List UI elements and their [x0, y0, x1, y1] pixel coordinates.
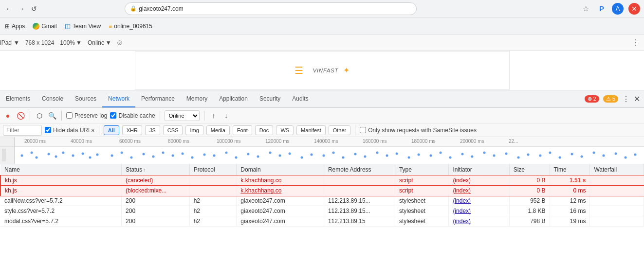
- star-icon[interactable]: ☆: [581, 3, 591, 14]
- bookmark-gmail[interactable]: Gmail: [33, 23, 56, 30]
- th-size[interactable]: Size: [509, 164, 550, 175]
- tab-elements[interactable]: Elements: [0, 90, 36, 107]
- table-row[interactable]: style.css?ver=5.7.2 200 h2 giaxeoto247.c…: [0, 206, 644, 216]
- svg-point-41: [440, 152, 442, 154]
- initiator-link[interactable]: (index): [453, 208, 471, 214]
- th-initiator[interactable]: Initiator: [449, 164, 509, 175]
- tab-performance[interactable]: Performance: [135, 90, 181, 107]
- hide-data-urls-input[interactable]: [45, 127, 51, 133]
- preserve-log-checkbox[interactable]: Preserve log: [66, 112, 107, 119]
- th-waterfall[interactable]: Waterfall: [590, 164, 644, 175]
- network-throttle-select[interactable]: Online Offline Fast 3G Slow 3G: [165, 110, 200, 121]
- network-throttle-selector[interactable]: Online ▼: [88, 39, 111, 46]
- bookmark-teamview[interactable]: ◫ Team View: [65, 22, 101, 30]
- disable-cache-checkbox[interactable]: Disable cache: [110, 112, 155, 119]
- extension-icon[interactable]: P: [596, 3, 607, 14]
- forward-button[interactable]: →: [17, 4, 26, 14]
- tab-memory[interactable]: Memory: [181, 90, 213, 107]
- th-protocol[interactable]: Protocol: [189, 164, 237, 175]
- zoom-selector[interactable]: 100% ▼: [60, 39, 82, 46]
- initiator-link[interactable]: (index): [453, 218, 471, 225]
- address-bar[interactable]: 🔒 giaxeoto247.com: [125, 2, 417, 15]
- more-icon[interactable]: ⋮: [631, 38, 639, 47]
- logo-area: VINFAST ✦: [313, 66, 350, 75]
- devtools-close-icon[interactable]: ✕: [634, 94, 640, 104]
- filter-icon[interactable]: ⬡: [35, 111, 44, 121]
- back-button[interactable]: ←: [4, 4, 14, 14]
- domain-link[interactable]: k.khachhang.co: [240, 187, 281, 194]
- gmail-label: Gmail: [41, 23, 56, 30]
- th-remote-label: Remote Address: [328, 166, 371, 173]
- cell-status: 200: [122, 216, 190, 227]
- filter-font-btn[interactable]: Font: [233, 125, 252, 135]
- export-button[interactable]: ↓: [221, 111, 231, 121]
- filter-css-btn[interactable]: CSS: [163, 125, 183, 135]
- cell-time: 19 ms: [550, 216, 590, 227]
- samesite-input[interactable]: [360, 127, 366, 133]
- browser-top-bar: ← → ↺ 🔒 giaxeoto247.com ☆ P A ✕: [0, 0, 644, 17]
- filter-manifest-btn[interactable]: Manifest: [296, 125, 326, 135]
- filter-js-btn[interactable]: JS: [145, 125, 160, 135]
- filter-other-btn[interactable]: Other: [329, 125, 351, 135]
- cell-status: 200: [122, 196, 190, 206]
- search-button[interactable]: 🔍: [47, 111, 57, 121]
- tab-sources[interactable]: Sources: [69, 90, 102, 107]
- clear-button[interactable]: 🚫: [16, 111, 25, 121]
- tab-console[interactable]: Console: [36, 90, 69, 107]
- import-button[interactable]: ↑: [209, 111, 219, 121]
- bookmark-online[interactable]: ≡ online_009615: [109, 23, 152, 30]
- svg-point-26: [279, 155, 281, 157]
- filter-doc-btn[interactable]: Doc: [255, 125, 274, 135]
- initiator-link[interactable]: (index): [453, 197, 471, 204]
- tab-network-label: Network: [108, 95, 129, 102]
- record-button[interactable]: ●: [3, 111, 13, 121]
- timeline-area[interactable]: 20000 ms 40000 ms 60000 ms 80000 ms 1000…: [0, 137, 644, 164]
- th-time[interactable]: Time: [550, 164, 590, 175]
- samesite-checkbox[interactable]: Only show requests with SameSite issues: [360, 127, 477, 134]
- cell-time: 0 ms: [550, 186, 590, 196]
- profile-avatar[interactable]: A: [612, 3, 624, 15]
- table-row[interactable]: kh.js (canceled) k.khachhang.co script (…: [0, 175, 644, 186]
- th-domain[interactable]: Domain: [237, 164, 324, 175]
- filter-img-btn[interactable]: Img: [185, 125, 203, 135]
- tab-security[interactable]: Security: [254, 90, 286, 107]
- hide-data-urls-checkbox[interactable]: Hide data URLs: [45, 127, 94, 134]
- initiator-link[interactable]: (index): [453, 177, 471, 184]
- warn-badge[interactable]: ⚠ 5: [603, 95, 618, 103]
- filter-input[interactable]: [3, 125, 42, 136]
- tab-audits[interactable]: Audits: [286, 90, 314, 107]
- table-row[interactable]: kh.js (blocked:mixe... k.khachhang.co sc…: [0, 186, 644, 196]
- bookmark-apps[interactable]: ⊞ Apps: [5, 23, 25, 30]
- initiator-link[interactable]: (index): [453, 187, 471, 194]
- th-remote[interactable]: Remote Address: [324, 164, 395, 175]
- table-row[interactable]: callNow.css?ver=5.7.2 200 h2 giaxeoto247…: [0, 196, 644, 206]
- filter-xhr-btn[interactable]: XHR: [122, 125, 142, 135]
- timeline-chart: [0, 147, 644, 164]
- cell-name: modal.css?ver=5.7.2: [0, 216, 122, 227]
- tab-application[interactable]: Application: [213, 90, 254, 107]
- table-row[interactable]: modal.css?ver=5.7.2 200 h2 giaxeoto247.c…: [0, 216, 644, 227]
- domain-link[interactable]: k.khachhang.co: [240, 177, 281, 184]
- th-name[interactable]: Name: [0, 164, 122, 175]
- preserve-log-input[interactable]: [66, 112, 73, 119]
- filter-separator2: [355, 125, 355, 135]
- toolbar-separator-3: [160, 111, 160, 121]
- reload-button[interactable]: ↺: [29, 4, 39, 14]
- filter-media-btn[interactable]: Media: [206, 125, 230, 135]
- cell-waterfall: [590, 196, 644, 206]
- error-badge[interactable]: ⊗ 2: [585, 95, 599, 103]
- devtools-more-icon[interactable]: ⋮: [622, 94, 630, 104]
- filter-all-btn[interactable]: All: [104, 125, 119, 135]
- disable-cache-input[interactable]: [110, 112, 116, 119]
- svg-point-47: [505, 153, 508, 155]
- capture-icon[interactable]: ⦾: [117, 39, 122, 46]
- th-status[interactable]: Status ↑: [122, 164, 190, 175]
- th-type[interactable]: Type: [395, 164, 448, 175]
- tab-network[interactable]: Network: [102, 90, 135, 107]
- device-selector[interactable]: iPad ▼: [0, 39, 19, 46]
- requests-table-container[interactable]: Name Status ↑ Protocol Domain Remote Add…: [0, 164, 644, 227]
- close-button[interactable]: ✕: [628, 3, 640, 15]
- filter-ws-btn[interactable]: WS: [276, 125, 294, 135]
- tab-memory-label: Memory: [186, 95, 207, 102]
- zoom-chevron-icon: ▼: [76, 39, 82, 46]
